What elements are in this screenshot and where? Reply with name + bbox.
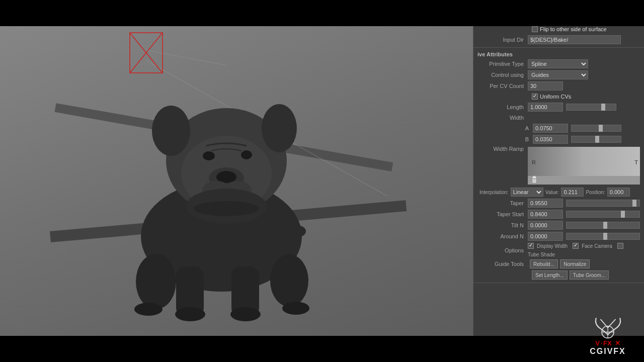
bottom-letterbox	[0, 336, 644, 362]
face-camera-checkbox[interactable]	[573, 243, 579, 249]
viewport-background	[0, 0, 473, 362]
length-slider[interactable]	[566, 104, 616, 111]
value-label: Value:	[545, 190, 559, 195]
ramp-label-t: T	[634, 159, 638, 165]
tube-shade-checkbox[interactable]	[617, 243, 623, 249]
cgivfx-logo: V · FX ✕ CGIVFX	[578, 316, 638, 356]
top-letterbox	[0, 0, 644, 26]
ramp-label-r: R	[532, 159, 536, 165]
interpolation-label: Interpolation:	[479, 190, 509, 195]
display-width-label: Display Width	[537, 243, 568, 249]
svg-point-20	[136, 254, 176, 309]
tube-shade-label: Tube Shade	[528, 252, 555, 257]
tilt-n-label: Tilt N	[477, 222, 528, 228]
flip-checkbox[interactable]	[532, 26, 538, 32]
around-n-thumb	[603, 233, 607, 240]
svg-point-22	[134, 303, 163, 316]
face-camera-label: Face Camera	[582, 243, 612, 249]
taper-input[interactable]	[528, 199, 563, 208]
right-panel: ite Primitives ▼ nerator Seed 7 Flip to …	[473, 0, 644, 362]
width-a-label: A	[477, 125, 533, 131]
svg-line-29	[147, 50, 226, 65]
display-width-checkbox[interactable]	[528, 243, 534, 249]
length-input[interactable]	[528, 103, 563, 112]
svg-point-5	[152, 106, 190, 156]
logo-fx: FX	[603, 339, 612, 347]
set-length-button[interactable]: Set Length...	[532, 270, 568, 280]
taper-start-slider[interactable]	[566, 211, 640, 218]
around-n-label: Around N	[477, 233, 528, 239]
options-row: Display Width Face Camera Tube Shade	[528, 243, 640, 257]
logo-text: CGIVFX	[590, 347, 626, 356]
svg-point-24	[288, 225, 306, 237]
interpolation-position-input[interactable]	[607, 188, 630, 197]
per-cv-count-label: Per CV Count	[477, 83, 528, 89]
cgivfx-logo-icon	[589, 316, 627, 339]
flip-checkbox-row: Flip to other side of surface	[532, 26, 607, 32]
taper-slider[interactable]	[566, 200, 640, 207]
width-ramp-label: Width Ramp	[477, 146, 528, 152]
viewport-3d[interactable]	[0, 0, 473, 362]
input-dir-label: Input Dir	[477, 37, 528, 43]
svg-point-25	[194, 201, 259, 216]
logo-v: V	[595, 339, 600, 347]
taper-start-label: Taper Start	[477, 211, 528, 217]
logo-vfx-text: V · FX ✕	[595, 339, 620, 347]
normalize-button[interactable]: Normalize	[560, 259, 590, 268]
around-n-input[interactable]	[528, 232, 563, 241]
uniform-cvs-checkbox[interactable]	[532, 94, 538, 100]
logo-x-icon: ✕	[615, 339, 620, 347]
rebuild-button[interactable]: Rebuild...	[530, 259, 558, 268]
primitive-type-dropdown[interactable]: Spline	[528, 59, 588, 68]
width-section-label: Width	[477, 115, 528, 121]
svg-point-8	[203, 151, 215, 160]
svg-point-11	[216, 171, 236, 183]
uniform-cvs-row: Uniform CVs	[532, 94, 571, 100]
per-cv-count-input[interactable]	[528, 81, 563, 90]
width-a-slider[interactable]	[571, 125, 621, 132]
input-dir-input[interactable]	[528, 35, 621, 44]
position-label: Position:	[586, 190, 605, 195]
length-label: Length	[477, 104, 528, 110]
scene-svg	[0, 0, 473, 362]
width-ramp-area[interactable]: R T	[528, 147, 640, 185]
svg-point-21	[270, 254, 308, 307]
svg-point-23	[282, 302, 309, 315]
tilt-n-thumb	[603, 222, 607, 229]
live-attributes-header: ive Attributes	[477, 50, 640, 58]
tube-groom-button[interactable]: Tube Groom...	[570, 270, 609, 280]
control-using-dropdown[interactable]: Guides	[528, 70, 588, 79]
around-n-slider[interactable]	[566, 233, 640, 240]
guide-tools-label: Guide Tools	[477, 261, 528, 267]
tilt-n-slider[interactable]	[566, 222, 640, 229]
logo-separator: ·	[601, 340, 602, 346]
width-a-input[interactable]	[533, 124, 568, 133]
options-label: Options	[477, 247, 528, 253]
uniform-cvs-label: Uniform CVs	[540, 94, 571, 100]
primitive-type-label: Primitive Type	[477, 61, 528, 67]
flip-label: Flip to other side of surface	[540, 26, 607, 32]
tilt-n-input[interactable]	[528, 221, 563, 230]
svg-point-9	[241, 150, 252, 159]
taper-start-thumb	[621, 211, 625, 218]
svg-point-19	[230, 307, 261, 321]
svg-point-18	[175, 307, 205, 321]
taper-label: Taper	[477, 200, 528, 206]
width-b-input[interactable]	[533, 135, 568, 144]
interpolation-value-input[interactable]	[561, 188, 584, 197]
width-b-label: B	[477, 136, 533, 142]
width-b-slider[interactable]	[571, 136, 621, 143]
ramp-handle-2[interactable]	[532, 178, 537, 184]
svg-point-6	[262, 104, 297, 152]
taper-start-input[interactable]	[528, 210, 563, 219]
interpolation-row: Interpolation: Linear Value: Position:	[477, 187, 640, 198]
live-attributes-section: ive Attributes Primitive Type Spline Con…	[473, 48, 644, 283]
interpolation-dropdown[interactable]: Linear	[511, 188, 543, 197]
control-using-label: Control using	[477, 72, 528, 78]
